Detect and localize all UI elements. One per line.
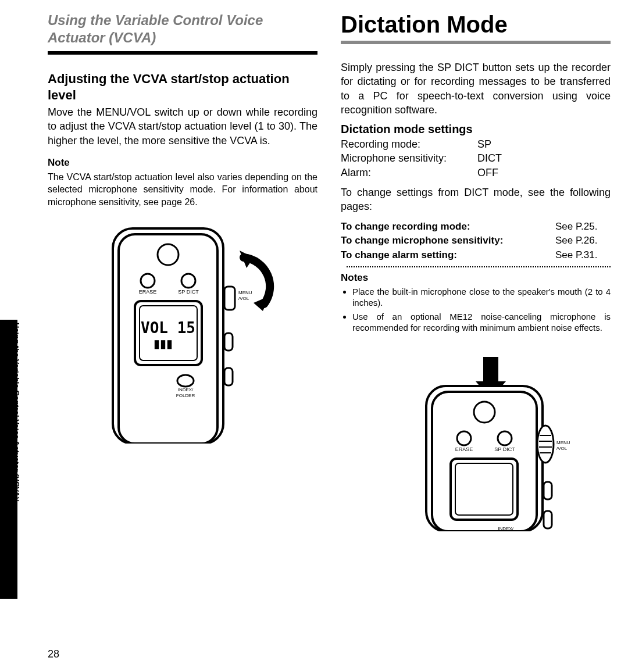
svg-rect-12	[224, 368, 233, 385]
dotted-rule	[347, 266, 611, 267]
intro-dictation: Simply pressing the SP DICT button sets …	[341, 60, 611, 117]
svg-rect-15	[483, 357, 498, 381]
note-item: Place the built-in microphone close to t…	[352, 286, 611, 309]
svg-text:/VOL: /VOL	[238, 296, 249, 301]
settings-row: Microphone sensitivity: DICT	[341, 151, 611, 165]
settings-row: Alarm: OFF	[341, 166, 611, 180]
side-tab-text: Using the Variable Control Voice Actuato…	[2, 323, 22, 596]
title-dictation: Dictation Mode	[341, 12, 611, 37]
note-body: The VCVA start/stop actuation level also…	[48, 171, 317, 209]
svg-point-7	[177, 375, 194, 387]
heading-adjusting: Adjusting the VCVA start/stop actuation …	[48, 71, 317, 103]
svg-point-21	[498, 431, 512, 445]
change-row: To change recording mode: See P.25.	[341, 220, 611, 234]
device-figure-left: ERASE SP DICT VOL 15 ▮▮▮ INDEX/ FOLDER M…	[48, 223, 317, 444]
svg-point-3	[141, 274, 155, 288]
note-item: Use of an optional ME12 noise-canceling …	[352, 311, 611, 334]
svg-point-4	[181, 274, 195, 288]
svg-rect-31	[544, 511, 552, 528]
svg-point-20	[457, 431, 471, 445]
change-intro: To change settings from DICT mode, see t…	[341, 185, 611, 214]
label-index: INDEX/	[178, 387, 194, 392]
settings-row: Recording mode: SP	[341, 137, 611, 151]
right-column: Dictation Mode Simply pressing the SP DI…	[341, 12, 611, 531]
svg-point-2	[158, 244, 179, 265]
svg-rect-23	[455, 463, 513, 515]
change-row: To change microphone sensitivity: See P.…	[341, 234, 611, 248]
label-spdict-r: SP DICT	[494, 446, 515, 452]
settings-table: Recording mode: SP Microphone sensitivit…	[341, 137, 611, 180]
svg-rect-30	[544, 482, 552, 499]
lcd-bars: ▮▮▮	[154, 337, 173, 350]
svg-point-19	[474, 402, 495, 423]
label-menuvol: MENU	[238, 290, 252, 295]
title-rule	[48, 51, 317, 55]
settings-heading: Dictation mode settings	[341, 123, 611, 136]
page-number: 28	[48, 648, 59, 660]
notes-list: Place the built-in microphone close to t…	[341, 286, 611, 334]
label-spdict: SP DICT	[178, 289, 199, 295]
label-menuvol-r: MENU	[556, 440, 570, 445]
label-erase: ERASE	[139, 289, 157, 295]
change-row: To change alarm setting: See P.31.	[341, 248, 611, 263]
svg-text:/VOL: /VOL	[556, 446, 568, 451]
label-erase-r: ERASE	[455, 446, 473, 452]
section-title: Using the Variable Control Voice Actuato…	[48, 12, 317, 47]
title-rule-right	[341, 41, 611, 44]
lcd-vol: VOL 15	[141, 319, 195, 337]
svg-rect-9	[224, 287, 235, 310]
notes-heading: Notes	[341, 272, 611, 284]
svg-rect-11	[224, 333, 233, 351]
left-column: Using the Variable Control Voice Actuato…	[17, 12, 317, 531]
svg-text:FOLDER: FOLDER	[176, 393, 195, 398]
note-heading: Note	[48, 157, 317, 169]
svg-point-24	[537, 426, 554, 463]
label-index-r: INDEX/	[498, 526, 513, 531]
body-adjusting: Move the MENU/VOL switch up or down whil…	[48, 105, 317, 148]
device-figure-right: ERASE SP DICT INDEX/ MENU /VOL	[387, 357, 611, 531]
